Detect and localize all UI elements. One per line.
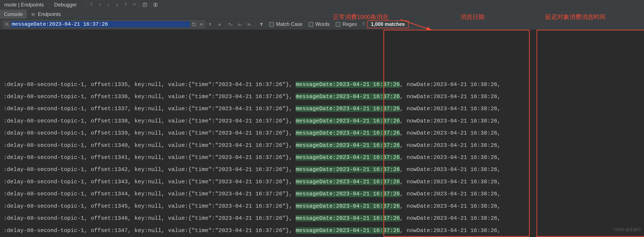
history-icon[interactable]: [192, 22, 196, 27]
toolbar-separator: [140, 2, 140, 8]
filter-icon[interactable]: [257, 19, 266, 30]
down-arrow-icon[interactable]: [104, 0, 113, 10]
subtab-endpoints[interactable]: Endpoints: [27, 10, 65, 19]
match-highlight: messageDate:2023-04-21 16:37:26: [296, 215, 400, 221]
log-line: :delay-60-second-topic-1, offset:1345, k…: [0, 200, 644, 212]
evaluate-icon[interactable]: [140, 0, 149, 10]
log-line: :delay-60-second-topic-1, offset:1343, k…: [0, 176, 644, 188]
run-toolbar: [87, 0, 160, 9]
regex-checkbox[interactable]: Regex: [333, 21, 360, 27]
checkbox-icon: [336, 22, 340, 27]
match-highlight: messageDate:2023-04-21 16:37:26: [296, 203, 400, 209]
log-line: :delay-60-second-topic-1, offset:1344, k…: [0, 188, 644, 200]
svg-rect-2: [156, 3, 157, 6]
match-highlight: messageDate:2023-04-21 16:37:26: [296, 191, 400, 197]
checkbox-label: Regex: [342, 21, 357, 27]
checkbox-icon: [308, 22, 313, 27]
match-highlight: messageDate:2023-04-21 16:37:26: [296, 227, 400, 234]
tab-separator: [86, 2, 86, 8]
watermark: CSDN @王德印: [614, 224, 641, 236]
match-highlight: messageDate:2023-04-21 16:37:26: [296, 81, 400, 88]
next-match-icon[interactable]: [215, 19, 224, 30]
help-icon[interactable]: ?: [360, 21, 367, 27]
svg-text:II: II: [240, 24, 242, 26]
wifi-icon: [30, 12, 36, 17]
log-line: :delay-60-second-topic-1, offset:1347, k…: [0, 224, 644, 236]
search-input[interactable]: [11, 21, 190, 27]
match-highlight: messageDate:2023-04-21 16:37:26: [296, 130, 400, 136]
more-icon[interactable]: [151, 0, 160, 10]
log-line: :delay-60-second-topic-1, offset:1340, k…: [0, 139, 644, 151]
console-output[interactable]: :delay-60-second-topic-1, offset:1335, k…: [0, 30, 644, 237]
log-line: :delay-60-second-topic-1, offset:1336, k…: [0, 91, 644, 103]
match-highlight: messageDate:2023-04-21 16:37:26: [296, 166, 400, 173]
match-highlight: messageDate:2023-04-21 16:37:26: [296, 93, 400, 100]
log-line: :delay-60-second-topic-1, offset:1338, k…: [0, 115, 644, 127]
search-icon: [5, 22, 9, 27]
log-line: :delay-60-second-topic-1, offset:1335, k…: [0, 79, 644, 91]
search-field-wrap: [3, 21, 206, 28]
find-separator-2: [256, 21, 256, 27]
find-bar: II II II Match Case Words Regex ? 1,000 …: [0, 19, 644, 30]
up-arrow-icon[interactable]: [96, 0, 104, 10]
words-checkbox[interactable]: Words: [306, 21, 333, 27]
svg-text:II: II: [250, 24, 252, 26]
match-highlight: messageDate:2023-04-21 16:37:26: [296, 118, 400, 124]
log-line: :delay-60-second-topic-1, offset:1346, k…: [0, 212, 644, 224]
tab-endpoints[interactable]: nsole | Endpoints: [0, 0, 50, 9]
step-out-icon[interactable]: [122, 0, 130, 10]
log-line: :delay-60-second-topic-1, offset:1337, k…: [0, 103, 644, 115]
prev-match-icon[interactable]: [206, 19, 215, 30]
match-highlight: messageDate:2023-04-21 16:37:26: [296, 178, 400, 185]
log-line: :delay-60-second-topic-1, offset:1341, k…: [0, 151, 644, 163]
svg-point-3: [6, 23, 8, 25]
match-count: 1,000 matches: [367, 21, 409, 28]
subtab-label: Console: [4, 11, 23, 17]
find-separator: [225, 21, 226, 27]
svg-rect-1: [154, 3, 155, 6]
top-tab-strip: nsole | Endpoints Debugger: [0, 0, 644, 10]
match-case-checkbox[interactable]: Match Case: [266, 21, 306, 27]
checkbox-label: Match Case: [276, 21, 302, 27]
run-to-cursor-icon[interactable]: [130, 0, 139, 10]
subtab-label: Endpoints: [38, 11, 61, 17]
remove-selection-icon[interactable]: II: [245, 19, 255, 30]
tab-debugger[interactable]: Debugger: [50, 0, 81, 9]
toolbar-separator-2: [150, 2, 150, 8]
checkbox-label: Words: [316, 21, 330, 27]
scroll-to-end-icon[interactable]: [87, 0, 96, 10]
match-highlight: messageDate:2023-04-21 16:37:26: [296, 105, 400, 112]
log-line: :delay-60-second-topic-1, offset:1342, k…: [0, 163, 644, 175]
svg-text:II: II: [231, 24, 232, 26]
sub-tab-strip: Console Endpoints: [0, 10, 644, 19]
match-highlight: messageDate:2023-04-21 16:37:26: [296, 154, 400, 161]
log-line: :delay-60-second-topic-1, offset:1339, k…: [0, 127, 644, 139]
down-bar-icon[interactable]: [113, 0, 122, 10]
checkbox-icon: [269, 22, 274, 27]
add-selection-icon[interactable]: II: [226, 19, 236, 30]
select-all-icon[interactable]: II: [236, 19, 245, 30]
match-highlight: messageDate:2023-04-21 16:37:26: [296, 142, 400, 149]
clear-icon[interactable]: [199, 22, 204, 27]
subtab-console[interactable]: Console: [0, 10, 27, 19]
